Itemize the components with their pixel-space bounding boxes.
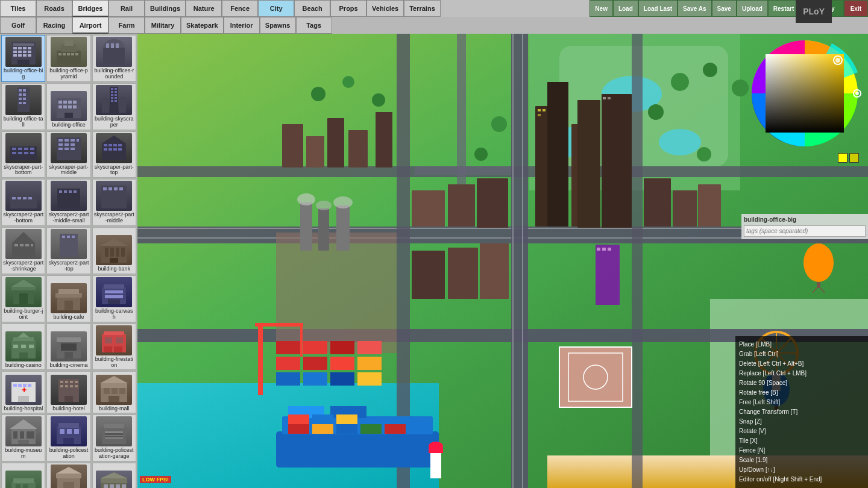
tab-interior[interactable]: Interior bbox=[224, 17, 260, 34]
asset-building-restaurant[interactable]: building-restaurant bbox=[46, 463, 90, 488]
tab-rail[interactable]: Rail bbox=[108, 0, 145, 17]
svg-rect-107 bbox=[25, 244, 29, 246]
tab-golf[interactable]: Golf bbox=[0, 17, 36, 34]
asset-skyscraper-part-top[interactable]: skyscraper-part-top bbox=[92, 131, 136, 178]
svg-rect-141 bbox=[57, 337, 81, 342]
asset-skyscraper-part-middle[interactable]: skyscraper-part-middle bbox=[46, 131, 90, 178]
asset-building-mall[interactable]: building-mall bbox=[92, 371, 136, 413]
svg-rect-44 bbox=[68, 105, 72, 108]
tab-racing[interactable]: Racing bbox=[36, 17, 72, 34]
svg-rect-106 bbox=[20, 244, 24, 246]
tab-beach[interactable]: Beach bbox=[294, 0, 330, 17]
tab-city[interactable]: City bbox=[258, 0, 294, 17]
asset-skyscraper2-part-bottom[interactable]: skyscraper2-part-bottom bbox=[1, 179, 45, 226]
asset-label-building-office: building-office bbox=[52, 122, 85, 128]
asset-building-offices-rounded[interactable]: building-offices-rounded bbox=[92, 35, 136, 82]
tab-fence[interactable]: Fence bbox=[222, 0, 258, 17]
tab-props[interactable]: Props bbox=[330, 0, 366, 17]
svg-rect-51 bbox=[115, 91, 117, 93]
asset-building-office-pyramid[interactable]: building-office-pyramid bbox=[46, 35, 90, 82]
tab-spawns[interactable]: Spawns bbox=[260, 17, 296, 34]
swatch-yellow[interactable] bbox=[838, 153, 848, 163]
load-button[interactable]: Load bbox=[613, 0, 638, 17]
svg-rect-270 bbox=[300, 327, 303, 357]
svg-rect-103 bbox=[119, 187, 123, 190]
svg-rect-191 bbox=[105, 436, 123, 437]
svg-rect-25 bbox=[106, 43, 109, 48]
asset-skyscraper2-part-top[interactable]: skyscraper2-part-top bbox=[46, 227, 90, 274]
asset-building-bank[interactable]: building-bank bbox=[92, 227, 136, 274]
svg-rect-151 bbox=[13, 384, 17, 387]
asset-building-skyscraper[interactable]: building-skyscraper bbox=[92, 83, 136, 130]
asset-building-school[interactable]: building-school bbox=[92, 463, 136, 488]
asset-building-office-tall[interactable]: building-office-tall bbox=[1, 83, 45, 130]
asset-building-burger-joint[interactable]: building-burger-joint bbox=[1, 275, 45, 322]
shortcut-grab: Grab [Left Ctrl] bbox=[739, 349, 864, 359]
color-wheel[interactable] bbox=[747, 36, 862, 151]
tab-buildings[interactable]: Buildings bbox=[145, 0, 186, 17]
tab-nature[interactable]: Nature bbox=[186, 0, 222, 17]
svg-rect-1 bbox=[13, 43, 34, 46]
svg-point-305 bbox=[372, 93, 385, 107]
new-button[interactable]: New bbox=[590, 0, 613, 17]
tab-tiles[interactable]: Tiles bbox=[0, 0, 36, 17]
asset-thumb-skyscraper2-part-middle-small bbox=[51, 181, 87, 211]
asset-building-firestation[interactable]: building-firestation bbox=[92, 324, 136, 371]
save-button[interactable]: Save bbox=[712, 0, 737, 17]
asset-building-office-big[interactable]: building-office-big bbox=[1, 35, 45, 82]
asset-building-museum[interactable]: building-museum bbox=[1, 414, 45, 461]
asset-building-hotel[interactable]: building-hotel bbox=[46, 371, 90, 413]
svg-rect-325 bbox=[448, 248, 478, 299]
svg-point-309 bbox=[703, 63, 717, 77]
asset-skyscraper2-part-middle[interactable]: skyscraper2-part-middle bbox=[92, 179, 136, 226]
tab-roads[interactable]: Roads bbox=[36, 0, 72, 17]
svg-rect-26 bbox=[111, 43, 114, 48]
upload-button[interactable]: Upload bbox=[737, 0, 768, 17]
asset-label-building-hospital: building-hospital bbox=[4, 406, 43, 412]
asset-skyscraper2-part-middle-small[interactable]: skyscraper2-part-middle-small bbox=[46, 179, 90, 226]
tab-skatepark[interactable]: Skatepark bbox=[181, 17, 224, 34]
svg-rect-158 bbox=[60, 381, 63, 383]
svg-rect-32 bbox=[23, 93, 26, 96]
svg-rect-328 bbox=[673, 190, 697, 227]
tab-bridges[interactable]: Bridges bbox=[72, 0, 108, 17]
svg-rect-48 bbox=[111, 88, 113, 90]
svg-rect-70 bbox=[58, 139, 63, 142]
asset-skyscraper-part-bottom[interactable]: skyscraper-part-bottom bbox=[1, 131, 45, 178]
asset-building-policestation-garage[interactable]: building-policestation-garage bbox=[92, 414, 136, 461]
asset-thumb-building-cinema bbox=[51, 331, 87, 361]
svg-rect-24 bbox=[103, 48, 125, 64]
asset-building-policestation[interactable]: building-policestation bbox=[46, 414, 90, 461]
svg-point-222 bbox=[659, 129, 701, 155]
svg-rect-95 bbox=[59, 190, 62, 193]
asset-label-building-burger-joint: building-burger-joint bbox=[3, 308, 43, 321]
asset-building-office[interactable]: building-office bbox=[46, 83, 90, 130]
tab-farm[interactable]: Farm bbox=[108, 17, 145, 34]
asset-building-cinema[interactable]: building-cinema bbox=[46, 324, 90, 371]
svg-rect-160 bbox=[70, 381, 73, 383]
asset-building-cafe[interactable]: building-cafe bbox=[46, 275, 90, 322]
tab-military[interactable]: Military bbox=[145, 17, 181, 34]
swatch-dark-yellow[interactable] bbox=[849, 153, 859, 163]
svg-rect-194 bbox=[16, 484, 20, 488]
svg-rect-200 bbox=[63, 482, 74, 488]
svg-rect-3 bbox=[18, 47, 22, 49]
asset-building-casino[interactable]: building-casino bbox=[1, 324, 45, 371]
asset-building-carwash[interactable]: building-carwash bbox=[92, 275, 136, 322]
svg-rect-253 bbox=[602, 248, 606, 251]
tab-airport[interactable]: Airport bbox=[72, 17, 108, 34]
tab-tags[interactable]: Tags bbox=[296, 17, 332, 34]
tab-vehicles[interactable]: Vehicles bbox=[366, 0, 404, 17]
asset-skyscraper2-part-shrinkage[interactable]: skyscraper2-part-shrinkage bbox=[1, 227, 45, 274]
load-last-button[interactable]: Load Last bbox=[638, 0, 678, 17]
svg-rect-260 bbox=[303, 357, 327, 370]
save-as-button[interactable]: Save As bbox=[678, 0, 712, 17]
asset-building-hospital[interactable]: + building-hospital bbox=[1, 371, 45, 413]
svg-rect-75 bbox=[64, 143, 69, 146]
selected-asset-name: building-office-big bbox=[744, 216, 866, 223]
asset-building-post[interactable]: building-post bbox=[1, 463, 45, 488]
svg-rect-156 bbox=[18, 396, 29, 402]
tags-input[interactable] bbox=[744, 225, 866, 237]
tab-terrains[interactable]: Terrains bbox=[404, 0, 441, 17]
exit-button[interactable]: Exit bbox=[844, 0, 868, 17]
